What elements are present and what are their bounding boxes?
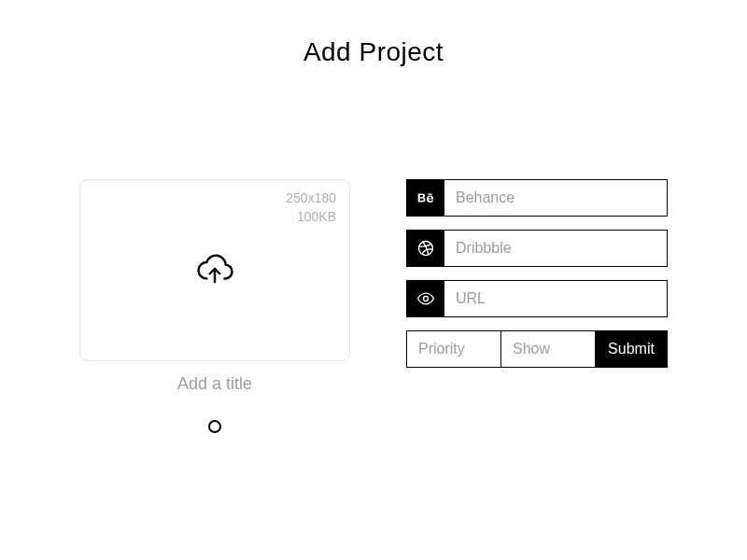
upload-dimensions-hint: 250x180 <box>286 189 336 208</box>
dribbble-input[interactable] <box>444 231 667 266</box>
url-input[interactable] <box>444 281 667 316</box>
behance-field <box>406 179 668 217</box>
show-input[interactable] <box>501 331 596 367</box>
dribbble-field <box>406 230 668 267</box>
behance-input[interactable] <box>444 180 667 216</box>
upload-column: 250x180 100KB Add a title <box>79 179 350 433</box>
title-input[interactable]: Add a title <box>177 374 252 394</box>
upload-size-hint: 100KB <box>286 208 336 227</box>
image-upload-dropzone[interactable]: 250x180 100KB <box>79 179 350 361</box>
svg-point-0 <box>419 242 433 256</box>
submit-button[interactable]: Submit <box>596 331 667 367</box>
bottom-row: Submit <box>406 330 668 368</box>
upload-meta: 250x180 100KB <box>286 189 336 226</box>
dribbble-icon <box>407 231 444 266</box>
pagination-dot[interactable] <box>208 420 221 433</box>
svg-point-1 <box>424 297 429 301</box>
link-fields-column: Submit <box>406 179 668 368</box>
form-container: 250x180 100KB Add a title <box>0 179 747 433</box>
priority-input[interactable] <box>407 331 501 367</box>
page-title: Add Project <box>0 0 747 67</box>
eye-icon <box>407 281 444 316</box>
url-field <box>406 280 668 317</box>
behance-icon <box>407 180 444 216</box>
cloud-upload-icon <box>195 249 234 292</box>
